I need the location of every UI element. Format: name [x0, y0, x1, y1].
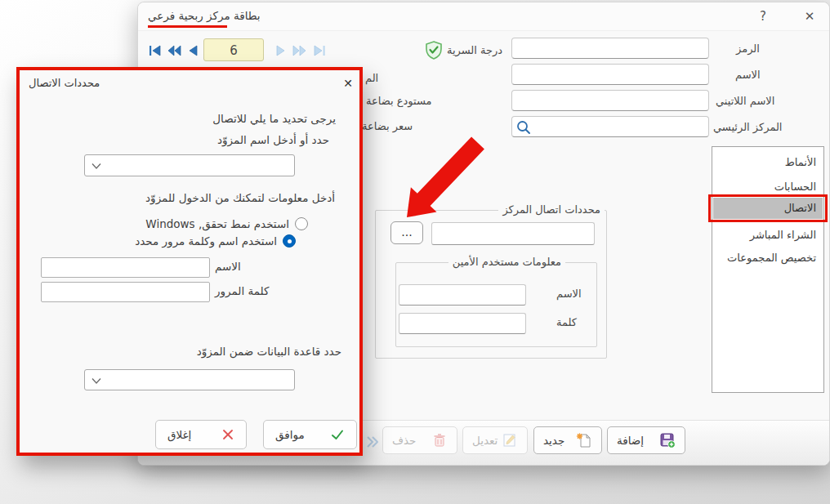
record-number-input[interactable]: 6: [203, 38, 264, 61]
fast-previous-button[interactable]: [166, 43, 183, 58]
login-password-input[interactable]: [41, 282, 210, 302]
dialog-close-button[interactable]: ✕: [338, 74, 358, 93]
name-input[interactable]: [511, 64, 709, 85]
delete-button[interactable]: حذف: [382, 426, 457, 454]
code-label: الرمز: [736, 42, 760, 55]
edit-button-label: تعديل: [472, 434, 498, 447]
fast-next-icon: [291, 43, 308, 58]
radio-off-icon: [295, 217, 308, 230]
secrecy-level-label: درجة السرية: [447, 44, 502, 56]
edit-button[interactable]: تعديل: [462, 426, 528, 454]
admin-name-label: الاسم: [556, 288, 582, 300]
code-input[interactable]: [511, 38, 709, 59]
shield-check-icon: [424, 40, 444, 60]
windows-auth-radio[interactable]: استخدم نمط تحقق, Windows: [145, 217, 308, 230]
delete-button-label: حذف: [392, 434, 416, 447]
search-icon[interactable]: [515, 119, 532, 136]
latin-name-input[interactable]: [511, 90, 709, 111]
sections-listbox: الأنماط الحسابات الاتصال الشراء المباشر …: [712, 146, 824, 393]
last-record-icon: [312, 43, 327, 58]
database-combobox[interactable]: [84, 369, 295, 390]
provider-prompt: حدد أو أدخل اسم المزوّد: [217, 133, 329, 146]
chevron-down-icon: [91, 163, 101, 170]
trash-icon: [431, 432, 448, 448]
login-name-input[interactable]: [41, 257, 210, 278]
admin-password-label: كلمة: [556, 316, 577, 328]
fast-next-button[interactable]: [291, 43, 308, 58]
sidebar-item-connection[interactable]: الاتصال: [713, 198, 823, 219]
custom-auth-radio[interactable]: استخدم اسم وكلمة مرور محدد: [135, 234, 296, 248]
screen: بطاقة مركز ربحية فرعي ? ✕ 6 الرمز الاسم …: [0, 0, 830, 504]
admin-password-input[interactable]: [399, 313, 526, 334]
radio-on-icon: [283, 234, 296, 248]
sidebar-item-accounts[interactable]: الحسابات: [713, 178, 823, 196]
window-title: بطاقة مركز ربحية فرعي: [148, 9, 261, 22]
previous-record-icon: [186, 43, 201, 58]
admin-user-group-title: معلومات مستخدم الأمين: [448, 256, 565, 268]
ok-button[interactable]: موافق: [263, 420, 357, 449]
previous-record-button[interactable]: [186, 43, 201, 58]
help-button[interactable]: ?: [753, 7, 773, 26]
title-underline-annotation: [148, 25, 227, 28]
next-record-button[interactable]: [273, 43, 288, 58]
clipped-chevrons-icon: [365, 434, 378, 450]
admin-name-input[interactable]: [399, 284, 526, 306]
connection-string-input[interactable]: [431, 222, 595, 245]
connection-specifiers-dialog: محددات الاتصال ✕ يرجى تحديد ما يلي للاتص…: [16, 67, 363, 456]
name-label: الاسم: [735, 69, 761, 81]
new-button-label: جديد: [543, 434, 564, 447]
fast-previous-icon: [166, 43, 183, 58]
last-record-button[interactable]: [312, 43, 327, 58]
latin-name-label: الاسم اللاتيني: [716, 95, 774, 107]
main-center-label: المركز الرئيسي: [713, 121, 782, 133]
dialog-title: محددات الاتصال: [29, 77, 100, 89]
x-icon: [221, 428, 234, 441]
edit-pencil-icon: [502, 432, 518, 448]
window-close-button[interactable]: ✕: [800, 7, 819, 26]
close-button-label: إغلاق: [167, 428, 191, 441]
login-password-label: كلمة المرور: [215, 284, 269, 297]
custom-auth-radio-label: استخدم اسم وكلمة مرور محدد: [135, 234, 277, 248]
goods-price-label: سعر بضاعة: [362, 120, 413, 132]
sidebar-item-group-allocation[interactable]: تخصيص المجموعات: [713, 249, 823, 267]
chevron-down-icon: [91, 377, 101, 385]
next-record-icon: [273, 43, 288, 58]
sidebar-item-patterns[interactable]: الأنماط: [713, 154, 823, 172]
first-record-button[interactable]: [148, 43, 163, 58]
window-titlebar: بطاقة مركز ربحية فرعي ? ✕: [138, 2, 829, 31]
add-button[interactable]: إضافة: [607, 426, 685, 454]
center-connection-group-title: محددات اتصال المركز: [498, 203, 605, 216]
new-button[interactable]: جديد: [533, 426, 602, 454]
clipped-label: الم: [365, 72, 378, 84]
ok-button-label: موافق: [275, 428, 305, 441]
windows-auth-radio-label: استخدم نمط تحقق, Windows: [145, 217, 289, 230]
sidebar-item-direct-purchase[interactable]: الشراء المباشر: [713, 226, 823, 244]
first-record-icon: [148, 43, 163, 58]
check-icon: [330, 427, 345, 442]
add-button-label: إضافة: [617, 434, 644, 447]
main-center-input[interactable]: [511, 116, 709, 137]
database-prompt: حدد قاعدة البيانات ضمن المزوّد: [197, 345, 341, 358]
login-prompt: أدخل معلومات لتمكنك من الدخول للمزوّد: [145, 191, 335, 204]
browse-connection-button[interactable]: ...: [390, 221, 423, 244]
login-name-label: الاسم: [215, 260, 241, 273]
provider-combobox[interactable]: [84, 154, 295, 176]
dialog-intro-text: يرجى تحديد ما يلي للاتصال: [212, 112, 336, 125]
warehouse-label: مستودع بضاعة: [366, 95, 431, 107]
close-dialog-button[interactable]: إغلاق: [155, 420, 247, 449]
save-add-icon: [659, 432, 676, 448]
new-document-icon: [576, 432, 592, 448]
